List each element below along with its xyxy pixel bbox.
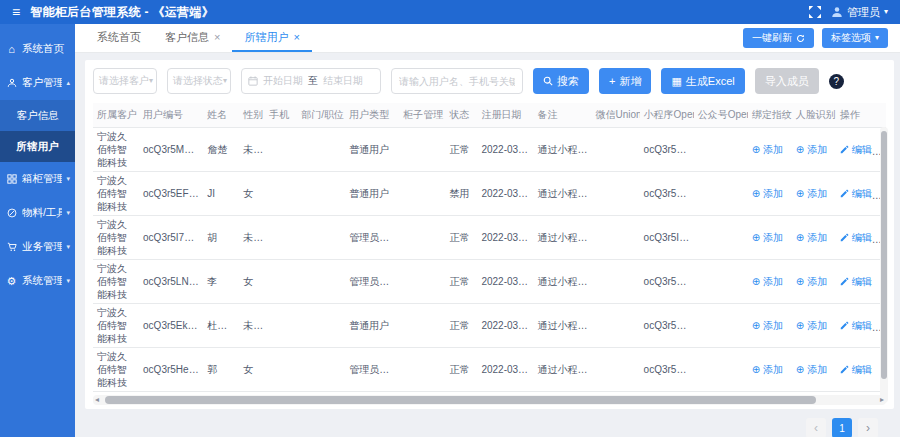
cell-actions: 编辑: [836, 260, 886, 304]
cell-dept: [297, 348, 345, 392]
chevron-down-icon: ▾: [66, 175, 70, 183]
pencil-icon: [840, 145, 849, 154]
cell-customer: 宁波久佰特智能科技: [93, 304, 139, 348]
customer-select[interactable]: 请选择客户 ▾: [93, 68, 157, 94]
cell-gender: 未知: [239, 304, 265, 348]
fingerprint-add-link[interactable]: ⊕添加: [752, 363, 783, 377]
cell-mp-openid: ocQ3r5Ek...: [640, 304, 694, 348]
face-add-link[interactable]: ⊕添加: [796, 231, 827, 245]
sidebar-item-customer-info[interactable]: 客户信息: [0, 100, 75, 131]
table-row: 宁波久佰特智能科技ocQ3r5LNk9...李女管理员用户正常2022-03-2…: [93, 260, 886, 304]
fingerprint-add-link[interactable]: ⊕添加: [752, 143, 783, 157]
cell-name: 李: [203, 260, 239, 304]
cell-status: 禁用: [445, 172, 477, 216]
tab-home[interactable]: 系统首页: [85, 24, 153, 52]
cell-gender: 未知: [239, 216, 265, 260]
date-start-placeholder: 开始日期: [263, 74, 303, 88]
generate-excel-button[interactable]: ▦ 生成Excel: [661, 68, 744, 94]
circle-plus-icon: ⊕: [752, 320, 760, 331]
fullscreen-icon[interactable]: [809, 6, 821, 18]
cell-status: 正常: [445, 216, 477, 260]
menu-icon[interactable]: ≡: [12, 5, 20, 19]
fingerprint-add-link[interactable]: ⊕添加: [752, 275, 783, 289]
edit-link[interactable]: 编辑: [840, 275, 872, 289]
horizontal-scrollbar-thumb[interactable]: [105, 396, 816, 404]
cell-fingerprint-bind: ⊕添加: [748, 260, 792, 304]
face-add-link[interactable]: ⊕添加: [796, 363, 827, 377]
cell-cabinet: [399, 216, 445, 260]
cell-dept: [297, 172, 345, 216]
cell-name: 胡: [203, 216, 239, 260]
page-1-button[interactable]: 1: [832, 418, 852, 437]
tab-managed-users[interactable]: 所辖用户 ×: [232, 24, 311, 52]
cell-oa-openid: [694, 304, 748, 348]
edit-link[interactable]: 编辑: [840, 143, 872, 157]
table-row: 宁波久佰特智能科技ocQ3r5Mha8...詹楚未知普通用户正常2022-03-…: [93, 128, 886, 172]
scroll-left-icon[interactable]: ◂: [95, 396, 99, 404]
cell-status: 正常: [445, 348, 477, 392]
cell-user-type: 管理员用户: [345, 348, 399, 392]
chevron-down-icon: ▾: [66, 209, 70, 217]
cell-gender: 未知: [239, 128, 265, 172]
col-user-no: 用户编号: [139, 103, 203, 128]
close-icon[interactable]: ×: [293, 32, 299, 43]
edit-link[interactable]: 编辑: [840, 319, 872, 333]
fingerprint-add-link[interactable]: ⊕添加: [752, 319, 783, 333]
add-user-button[interactable]: + 新增: [599, 68, 651, 94]
cell-actions: 编辑: [836, 128, 886, 172]
cell-mp-openid: ocQ3r5EF...: [640, 172, 694, 216]
face-add-link[interactable]: ⊕添加: [796, 143, 827, 157]
cell-mp-openid: ocQ3r5I7...: [640, 216, 694, 260]
close-icon[interactable]: ×: [214, 32, 220, 43]
next-page-button[interactable]: ›: [858, 418, 878, 437]
user-menu[interactable]: 管理员 ▾: [831, 5, 888, 20]
edit-link[interactable]: 编辑: [840, 363, 872, 377]
refresh-button[interactable]: 一键刷新: [743, 28, 814, 48]
col-remark: 备注: [533, 103, 591, 128]
tab-customer-info[interactable]: 客户信息 ×: [153, 24, 232, 52]
search-icon: [543, 76, 553, 86]
search-button[interactable]: 搜索: [533, 68, 589, 94]
status-select[interactable]: 请选择状态 ▾: [167, 68, 231, 94]
sidebar-item-customer-management[interactable]: 客户管理 ▴: [0, 66, 75, 100]
help-icon[interactable]: ?: [829, 74, 844, 89]
tabbar: 系统首页 客户信息 × 所辖用户 × 一键刷新 标签选项 ▾: [75, 24, 900, 53]
cell-cabinet: [399, 172, 445, 216]
pencil-icon: [840, 321, 849, 330]
vertical-scrollbar-thumb[interactable]: [881, 131, 887, 379]
sidebar-item-business-management[interactable]: 业务管理 ▾: [0, 230, 75, 264]
face-add-link[interactable]: ⊕添加: [796, 319, 827, 333]
horizontal-scrollbar[interactable]: ◂ ▸: [93, 395, 886, 405]
cell-status: 正常: [445, 304, 477, 348]
edit-label: 编辑: [852, 231, 872, 245]
face-add-link[interactable]: ⊕添加: [796, 187, 827, 201]
vertical-scrollbar[interactable]: [880, 127, 888, 403]
prev-page-button[interactable]: ‹: [806, 418, 826, 437]
sidebar-item-materials-tools[interactable]: 物料/工具 ▾: [0, 196, 75, 230]
cell-face-bind: ⊕添加: [792, 348, 836, 392]
edit-link[interactable]: 编辑: [840, 187, 872, 201]
filter-bar: 请选择客户 ▾ 请选择状态 ▾ 开始日期 至 结束日期: [93, 68, 886, 94]
col-reg-date: 注册日期: [477, 103, 533, 128]
cell-user-type: 普通用户: [345, 172, 399, 216]
sidebar-item-home[interactable]: ⌂ 系统首页: [0, 32, 75, 66]
cell-user-type: 普通用户: [345, 128, 399, 172]
sidebar-item-managed-users[interactable]: 所辖用户: [0, 131, 75, 162]
edit-link[interactable]: 编辑: [840, 231, 872, 245]
cell-remark: 通过小程序申...: [533, 172, 591, 216]
scroll-right-icon[interactable]: ▸: [880, 396, 884, 404]
tab-options-button[interactable]: 标签选项 ▾: [822, 28, 888, 48]
fingerprint-add-link[interactable]: ⊕添加: [752, 231, 783, 245]
fingerprint-add-link[interactable]: ⊕添加: [752, 187, 783, 201]
cell-oa-openid: [694, 348, 748, 392]
keyword-input[interactable]: [391, 68, 523, 94]
sidebar-item-system-management[interactable]: ⚙ 系统管理 ▾: [0, 264, 75, 298]
circle-plus-icon: ⊕: [752, 188, 760, 199]
import-members-button[interactable]: 导入成员: [755, 68, 819, 94]
add-label: 添加: [763, 143, 783, 157]
face-add-link[interactable]: ⊕添加: [796, 275, 827, 289]
circle-plus-icon: ⊕: [796, 320, 804, 331]
sidebar-item-cabinet-management[interactable]: 箱柜管理 ▾: [0, 162, 75, 196]
cell-unionid: [592, 260, 640, 304]
date-range-picker[interactable]: 开始日期 至 结束日期: [241, 68, 381, 94]
